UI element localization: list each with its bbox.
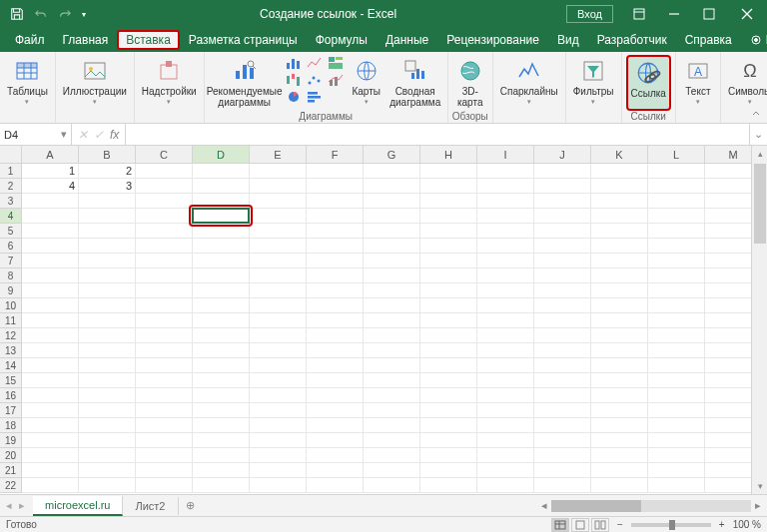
cell[interactable] (193, 239, 250, 254)
cell[interactable] (477, 358, 534, 373)
cell[interactable] (591, 268, 648, 283)
scroll-thumb[interactable] (754, 164, 766, 244)
zoom-slider[interactable] (631, 523, 711, 527)
cell[interactable] (477, 254, 534, 268)
cell[interactable] (79, 418, 136, 433)
cell[interactable] (477, 448, 534, 463)
cell[interactable] (648, 403, 705, 418)
row-header[interactable]: 13 (0, 343, 22, 358)
cell[interactable] (534, 418, 591, 433)
cell[interactable] (136, 283, 193, 298)
hyperlink-button[interactable]: Ссылка (626, 55, 671, 111)
cell[interactable] (136, 239, 193, 254)
save-icon[interactable] (6, 3, 28, 25)
cell[interactable] (420, 268, 477, 283)
recommended-charts-button[interactable]: Рекомендуемые диаграммы (209, 55, 281, 111)
cell[interactable] (136, 194, 193, 209)
cell[interactable] (477, 418, 534, 433)
cell[interactable] (420, 403, 477, 418)
cell[interactable] (420, 463, 477, 478)
cell[interactable] (136, 298, 193, 313)
cell[interactable] (364, 433, 420, 448)
cell[interactable] (477, 433, 534, 448)
cell[interactable] (193, 433, 250, 448)
column-chart-icon[interactable] (284, 55, 304, 71)
cell[interactable] (420, 254, 477, 268)
cell[interactable] (591, 164, 648, 179)
waterfall-chart-icon[interactable] (284, 72, 304, 88)
line-chart-icon[interactable] (305, 55, 325, 71)
cell[interactable] (534, 313, 591, 328)
cell[interactable] (534, 254, 591, 268)
undo-icon[interactable] (30, 3, 52, 25)
tab-home[interactable]: Главная (54, 30, 118, 50)
cell[interactable] (591, 209, 648, 224)
cell[interactable] (136, 328, 193, 343)
cell[interactable] (136, 388, 193, 403)
cell[interactable] (22, 463, 79, 478)
cell[interactable] (193, 373, 250, 388)
cell[interactable] (364, 194, 420, 209)
cell[interactable] (477, 463, 534, 478)
cell[interactable] (591, 254, 648, 268)
scroll-left-icon[interactable]: ◂ (541, 499, 547, 512)
scroll-right-icon[interactable]: ▸ (755, 499, 761, 512)
cell[interactable] (420, 343, 477, 358)
cell[interactable] (136, 448, 193, 463)
cell[interactable] (364, 254, 420, 268)
cell[interactable] (420, 164, 477, 179)
cell[interactable] (648, 254, 705, 268)
sheet-tab-1[interactable]: microexcel.ru (33, 496, 123, 516)
maximize-icon[interactable] (692, 0, 726, 28)
column-header[interactable]: L (648, 146, 705, 164)
cell[interactable] (534, 179, 591, 194)
cell[interactable] (307, 358, 364, 373)
hscroll-thumb[interactable] (551, 500, 641, 512)
cell[interactable] (591, 418, 648, 433)
cell[interactable] (364, 373, 420, 388)
cell[interactable] (591, 179, 648, 194)
cell[interactable] (22, 433, 79, 448)
cell[interactable] (420, 433, 477, 448)
symbols-button[interactable]: Ω Символы ▾ (725, 55, 767, 111)
cell[interactable] (193, 209, 250, 224)
cell[interactable] (136, 164, 193, 179)
hscroll-track[interactable] (551, 500, 751, 512)
cell[interactable] (477, 194, 534, 209)
cell[interactable] (22, 313, 79, 328)
column-header[interactable]: C (136, 146, 193, 164)
login-button[interactable]: Вход (566, 5, 613, 23)
cell[interactable] (420, 448, 477, 463)
cell[interactable] (250, 254, 307, 268)
cell[interactable] (648, 164, 705, 179)
tab-developer[interactable]: Разработчик (588, 30, 676, 50)
cell[interactable] (22, 448, 79, 463)
cell[interactable] (79, 343, 136, 358)
cell[interactable] (420, 179, 477, 194)
chevron-down-icon[interactable]: ▾ (61, 128, 67, 141)
cell[interactable] (22, 478, 79, 493)
cell[interactable] (79, 358, 136, 373)
cell[interactable] (477, 388, 534, 403)
cell[interactable] (307, 373, 364, 388)
cell[interactable] (307, 254, 364, 268)
cell[interactable] (22, 358, 79, 373)
row-header[interactable]: 18 (0, 418, 22, 433)
cell[interactable] (250, 373, 307, 388)
cell[interactable] (250, 403, 307, 418)
column-header[interactable]: G (364, 146, 420, 164)
cell[interactable] (534, 448, 591, 463)
cell[interactable] (477, 478, 534, 493)
cell[interactable] (420, 283, 477, 298)
row-header[interactable]: 12 (0, 328, 22, 343)
cell[interactable] (22, 239, 79, 254)
cell[interactable] (534, 239, 591, 254)
cell[interactable] (477, 298, 534, 313)
cell[interactable] (420, 239, 477, 254)
cell[interactable] (79, 373, 136, 388)
zoom-handle[interactable] (669, 520, 675, 530)
cell[interactable] (364, 403, 420, 418)
cell[interactable] (534, 209, 591, 224)
cell[interactable] (364, 478, 420, 493)
cell[interactable] (22, 268, 79, 283)
